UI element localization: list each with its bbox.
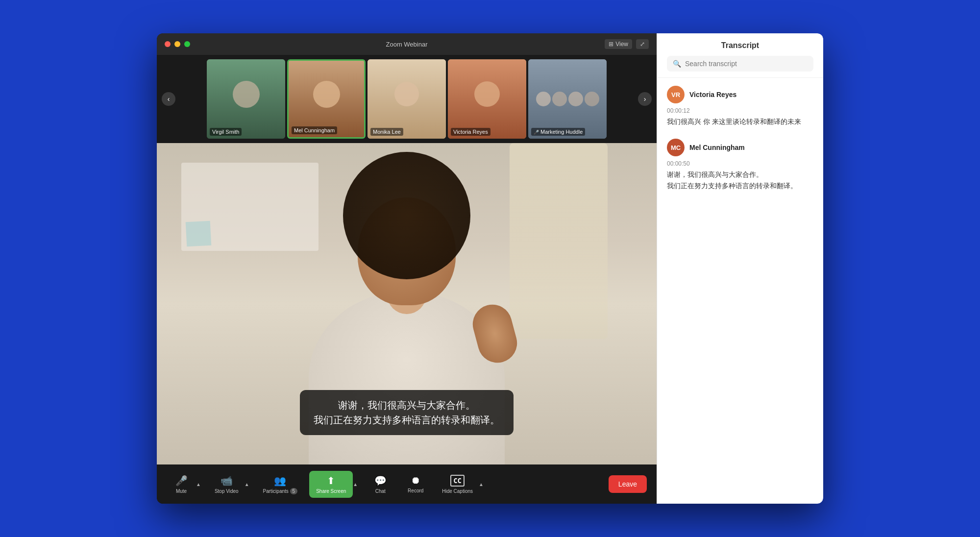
thumbnail-virgil-smith[interactable]: Virgil Smith	[207, 59, 285, 139]
transcript-entry-victoria: VR Victoria Reyes 00:00:12 我们很高兴 你 来这里谈论…	[667, 86, 813, 127]
minimize-button[interactable]	[174, 41, 180, 47]
maximize-button[interactable]	[184, 41, 190, 47]
participants-button[interactable]: 👥 Participants 5	[257, 471, 304, 498]
chat-icon: 💬	[374, 475, 387, 487]
thumbnail-monika-lee[interactable]: Monika Lee	[368, 59, 446, 139]
window-title: Zoom Webinar	[386, 41, 427, 48]
participants-count: 5	[290, 488, 298, 494]
timestamp-mel: 00:00:50	[667, 160, 813, 167]
speaker-row-victoria: VR Victoria Reyes	[667, 86, 813, 103]
close-button[interactable]	[165, 41, 171, 47]
chat-label: Chat	[375, 488, 386, 494]
transcript-text-mel: 谢谢，我们很高兴与大家合作。 我们正在努力支持多种语言的转录和翻译。	[667, 169, 813, 191]
grid-icon: ⊞	[609, 41, 613, 48]
record-group: ⏺ Record	[401, 471, 430, 497]
mute-group: 🎤 Mute ▲	[167, 471, 203, 498]
thumbnail-nav-right[interactable]: ›	[638, 92, 652, 106]
thumb-label-mel: Mel Cunningham	[292, 126, 337, 134]
participants-icon: 👥	[274, 475, 286, 487]
toolbar: 🎤 Mute ▲ 📹 Stop Video ▲	[157, 464, 657, 504]
thumb-label-victoria: Victoria Reyes	[451, 128, 490, 136]
video-icon: 📹	[220, 475, 233, 487]
thumb-label-virgil: Virgil Smith	[210, 128, 242, 136]
thumb-label-marketing: 🎤 Marketing Huddle	[531, 128, 585, 136]
avatar-mel: MC	[667, 139, 685, 156]
timestamp-victoria: 00:00:12	[667, 107, 813, 114]
window-controls	[165, 41, 190, 47]
transcript-entry-mel: MC Mel Cunningham 00:00:50 谢谢，我们很高兴与大家合作…	[667, 139, 813, 191]
record-icon: ⏺	[411, 475, 420, 486]
captions-caret[interactable]: ▲	[477, 480, 486, 489]
transcript-search-input[interactable]	[685, 60, 808, 68]
speaker-name-victoria: Victoria Reyes	[689, 91, 736, 98]
avatar-initials-victoria: VR	[671, 91, 680, 98]
stop-video-label: Stop Video	[215, 488, 239, 494]
mute-button[interactable]: 🎤 Mute	[167, 471, 196, 498]
leave-button[interactable]: Leave	[609, 475, 647, 493]
hide-captions-button[interactable]: CC Hide Captions	[436, 471, 479, 498]
share-screen-button[interactable]: ⬆ Share Screen	[309, 471, 353, 498]
record-button[interactable]: ⏺ Record	[401, 471, 430, 497]
main-video: 谢谢，我们很高兴与大家合作。 我们正在努力支持多种语言的转录和翻译。	[157, 143, 657, 464]
transcript-header: Transcript 🔍	[657, 33, 823, 78]
chat-button[interactable]: 💬 Chat	[366, 471, 395, 498]
view-button[interactable]: ⊞ View	[605, 39, 632, 49]
share-screen-icon: ⬆	[327, 475, 335, 487]
share-screen-label: Share Screen	[316, 488, 346, 494]
caption-line2: 我们正在努力支持多种语言的转录和翻译。	[314, 413, 500, 427]
participants-group: 👥 Participants 5	[257, 471, 304, 498]
speaker-row-mel: MC Mel Cunningham	[667, 139, 813, 156]
fullscreen-button[interactable]: ⤢	[636, 39, 649, 49]
thumb-content-virgil	[207, 59, 285, 139]
transcript-title: Transcript	[667, 41, 813, 50]
mic-icon: 🎤	[175, 475, 188, 487]
caption-line1: 谢谢，我们很高兴与大家合作。	[314, 398, 500, 413]
main-content: ‹ Virgil Smith	[157, 55, 657, 504]
caption-overlay: 谢谢，我们很高兴与大家合作。 我们正在努力支持多种语言的转录和翻译。	[300, 390, 514, 435]
search-icon: 🔍	[673, 60, 681, 68]
captions-icon: CC	[450, 475, 465, 487]
thumb-label-monika: Monika Lee	[370, 128, 403, 136]
transcript-panel: Transcript 🔍 VR Victoria Reyes 00:00:12 …	[657, 33, 823, 504]
avatar-initials-mel: MC	[671, 144, 681, 151]
share-screen-group: ⬆ Share Screen ▲	[309, 471, 360, 498]
avatar-victoria: VR	[667, 86, 685, 103]
thumbnail-marketing-huddle[interactable]: 🎤 Marketing Huddle	[528, 59, 607, 139]
fullscreen-icon: ⤢	[640, 41, 645, 48]
transcript-search-bar[interactable]: 🔍	[667, 56, 813, 72]
chat-group: 💬 Chat	[366, 471, 395, 498]
thumbnails-strip: ‹ Virgil Smith	[157, 55, 657, 143]
thumb-content-monika	[368, 59, 446, 139]
transcript-content: VR Victoria Reyes 00:00:12 我们很高兴 你 来这里谈论…	[657, 78, 823, 504]
mute-label: Mute	[176, 488, 187, 494]
captions-group: CC Hide Captions ▲	[436, 471, 486, 498]
thumbnail-mel-cunningham[interactable]: Mel Cunningham	[287, 59, 366, 139]
record-label: Record	[408, 488, 423, 493]
thumb-content-mel	[289, 61, 364, 137]
transcript-text-victoria: 我们很高兴 你 来这里谈论转录和翻译的未来	[667, 116, 813, 127]
thumb-content-marketing	[528, 59, 607, 139]
video-caret[interactable]: ▲	[243, 480, 251, 489]
video-section: ‹ Virgil Smith	[157, 55, 657, 504]
zoom-window: Zoom Webinar ⊞ View ⤢ ‹	[157, 33, 657, 504]
video-group: 📹 Stop Video ▲	[209, 471, 251, 498]
title-bar: Zoom Webinar ⊞ View ⤢	[157, 33, 657, 55]
stop-video-button[interactable]: 📹 Stop Video	[209, 471, 245, 498]
thumb-content-victoria	[448, 59, 526, 139]
mute-caret[interactable]: ▲	[194, 480, 203, 489]
thumbnail-nav-left[interactable]: ‹	[162, 92, 175, 106]
hide-captions-label: Hide Captions	[442, 488, 473, 494]
thumbnail-victoria-reyes[interactable]: Victoria Reyes	[448, 59, 526, 139]
share-screen-caret[interactable]: ▲	[351, 480, 360, 489]
speaker-name-mel: Mel Cunningham	[689, 144, 745, 151]
thumbnails-container: Virgil Smith Mel Cunningham	[176, 59, 637, 139]
title-bar-right: ⊞ View ⤢	[605, 39, 649, 49]
